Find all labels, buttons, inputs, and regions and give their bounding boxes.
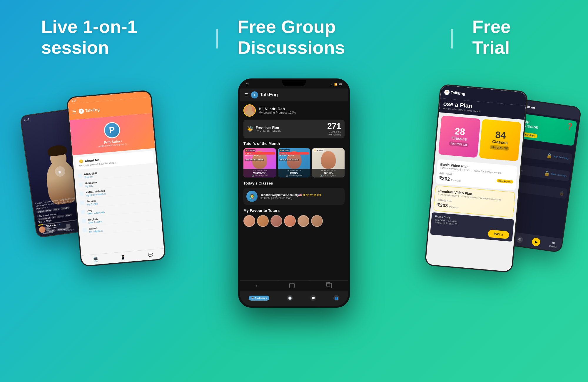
nav-group[interactable]: 👥 xyxy=(333,295,339,301)
basic-old-price: ₹63 7078 xyxy=(440,172,452,176)
nav-classes[interactable]: ⊞ Classes xyxy=(549,240,557,248)
fav-avatar-2[interactable] xyxy=(257,215,269,227)
classes-label: CLASSES Remaining xyxy=(327,130,341,136)
left-app-logo: T TalkEng xyxy=(78,107,100,114)
monitor-icon[interactable]: 🖥️ xyxy=(93,257,98,262)
phones-container: 6:33 🔋📶 ▶ 00:01 / 01:30 Vru xyxy=(0,64,588,382)
fav-avatar-4[interactable] xyxy=(284,215,296,227)
logo-text: TalkEng xyxy=(85,107,100,113)
center-hamburger-icon[interactable]: ☰ xyxy=(244,93,248,97)
start-link-1[interactable]: Start Learning › xyxy=(553,155,570,160)
basic-price: ₹202 xyxy=(439,176,450,182)
hamburger-icon[interactable]: ☰ xyxy=(72,109,77,115)
back-arrow-icon[interactable]: ‹ xyxy=(256,283,258,288)
profile-avatar: P xyxy=(103,121,121,139)
mobile-icon[interactable]: 📱 xyxy=(120,254,126,259)
classes-84-label: Classes xyxy=(492,139,508,145)
monitor-icon-nav: 🖥️ xyxy=(251,297,254,299)
premium-price: ₹303 xyxy=(437,202,448,208)
basic-price-left: ₹63 7078 ₹202 Per class xyxy=(439,170,462,183)
people-icon xyxy=(81,210,85,214)
phone-left: 3:16 ☰ T TalkEng P Priti Saha › pritiksh… xyxy=(66,90,166,267)
fav-avatar-5[interactable] xyxy=(298,215,309,227)
fav-tutors-row xyxy=(243,215,345,227)
recents-icon[interactable] xyxy=(327,283,332,288)
nav-chat[interactable]: 💬 xyxy=(310,295,316,301)
right-logo-icon: T xyxy=(444,89,450,95)
header: Live 1-on-1 session | Free Group Discuss… xyxy=(0,0,588,70)
right-logo: T TalkEng xyxy=(444,89,465,96)
fav-avatar-6[interactable] xyxy=(311,215,323,227)
plan-right: 271 CLASSES Remaining xyxy=(327,122,341,136)
battery-pct: 9% xyxy=(338,83,342,86)
born-text: 01/05/1947 Born On xyxy=(84,172,98,179)
status-icons: ▲ 📶 9% xyxy=(331,83,342,86)
nav-dot-2[interactable]: 💬 xyxy=(516,236,523,243)
class-teacher-avatar: 👨‍🏫 xyxy=(246,191,258,202)
fav-avatar-3[interactable] xyxy=(270,215,282,227)
tutor-2-name: RUNA xyxy=(279,171,310,174)
class-card[interactable]: 👨‍🏫 TeacherWe(NativeSpeaker)🇺🇸 ⏱ 02:27:1… xyxy=(243,188,345,205)
basic-price-wrap: ₹202 Per class xyxy=(439,175,461,183)
talkeng-badge-2: 🏆 TALKENG xyxy=(279,149,290,152)
fav-header: My Favourite Tutors xyxy=(243,208,345,213)
calendar-icon xyxy=(78,173,82,178)
basic-plan-row[interactable]: Basic Video Plan 1 Unlimited validity | … xyxy=(436,159,517,190)
bee-icon: 🐝 xyxy=(247,126,253,132)
dashboard-tab[interactable]: 🖥️ Dashboard xyxy=(249,296,270,301)
main-background: Live 1-on-1 session | Free Group Discuss… xyxy=(0,0,588,382)
tutor-avatar-small xyxy=(39,226,46,233)
verified-icon: ✓ xyxy=(59,223,61,226)
tutor-card-3[interactable]: 🏆 TALKENG TALKENG TUTOR NIRMA 📷 @talkeng… xyxy=(312,148,345,177)
price-card-28[interactable]: 28 Classes Flat 20% Off xyxy=(438,115,481,158)
tutor-3-label: TALKENG TUTOR NIRMA 📷 @talkenglobal xyxy=(312,169,345,177)
pay-button[interactable]: PAY » xyxy=(487,229,509,239)
header-item-3: Free Trial xyxy=(455,16,564,58)
live-batch-badge-1: LIVE 1:1 BATCH CLASSES GROUP DISCUSSION xyxy=(245,152,275,162)
tutor-1-name: MADHURA xyxy=(244,171,275,174)
gender-text: Female My Gender xyxy=(86,199,98,206)
lock-icon-3: 🔒 xyxy=(558,190,565,196)
premium-plan-row[interactable]: Premium Video Plan 1 Unlimited validity … xyxy=(433,185,515,217)
greeting-progress: My Learning Progress 124% xyxy=(259,111,296,114)
class-timer: ⏱ 02:27:15 left xyxy=(303,194,321,197)
premium-per: Per class xyxy=(449,205,459,209)
tutor-card-2[interactable]: 🏆 TALKENG LIVE 1:1 BATCH CLASSES GROUP D… xyxy=(278,148,310,177)
header-divider-2: | xyxy=(449,25,455,49)
premium-price-wrap: ₹303 Per class xyxy=(437,202,459,210)
info-rows: 01/05/1947 Born On Unknown My City xyxy=(74,165,162,236)
center-bottom-nav: 🖥️ Dashboard 🕐 💬 👥 xyxy=(240,290,348,306)
plan-level: PROFICIENT LEVEL xyxy=(256,129,281,132)
tutor-1-social: 📷 @talkenglobal xyxy=(244,174,275,177)
tutor-2-social: 📷 @talkenglobal xyxy=(279,174,310,177)
greeting-text: Hi, Niladri Deb My Learning Progress 124… xyxy=(259,107,296,114)
city-text: Unknown My City xyxy=(85,181,97,188)
pricing-cards-grid: 28 Classes Flat 20% Off 84 Classes Flat … xyxy=(435,112,524,165)
user-avatar xyxy=(243,104,256,117)
home-square-icon[interactable] xyxy=(289,283,295,288)
header-item-1: Live 1-on-1 session xyxy=(24,16,215,58)
tutors-grid: 🏆 TALKENG LIVE 1:1 BATCH CLASSES GROUP D… xyxy=(243,148,345,177)
start-link-2[interactable]: Start Learning › xyxy=(551,172,567,177)
language-icon xyxy=(82,219,86,223)
plan-card[interactable]: 🐝 Freemium Plan PROFICIENT LEVEL 271 CLA… xyxy=(243,120,345,138)
classes-nav-label: Classes xyxy=(549,245,557,248)
nav-play-btn[interactable]: ▶ xyxy=(532,237,541,247)
greeting-name: Hi, Niladri Deb xyxy=(259,107,296,111)
smile-icon: 😊 xyxy=(79,159,83,164)
tutor-3-social: 📷 @talkenglobal xyxy=(313,174,344,177)
nav-dashboard[interactable]: 🖥️ Dashboard xyxy=(249,296,270,301)
classes-28-count: 28 xyxy=(454,126,465,137)
classes-28-label: Classes xyxy=(451,135,467,142)
center-content: Hi, Niladri Deb My Learning Progress 124… xyxy=(240,101,348,298)
nav-history[interactable]: 🕐 xyxy=(287,295,293,301)
chat-icon-left[interactable]: 💬 xyxy=(148,252,153,257)
tutor-card-1[interactable]: 🏆 TALKENG LIVE 1:1 BATCH CLASSES GROUP D… xyxy=(243,148,276,177)
plan-title: Freemium Plan xyxy=(256,126,281,129)
phone-right: T TalkEng ose a Plan You are subscribing… xyxy=(425,84,528,273)
android-nav-bar: ‹ xyxy=(240,280,348,291)
price-card-84[interactable]: 84 Classes Flat 30% Off xyxy=(479,119,521,161)
fav-avatar-1[interactable] xyxy=(243,215,255,227)
profile-section: P Priti Saha › pritikshadatta565@gmail.c… xyxy=(69,113,155,155)
talkeng-badge-1: 🏆 TALKENG xyxy=(245,149,255,152)
